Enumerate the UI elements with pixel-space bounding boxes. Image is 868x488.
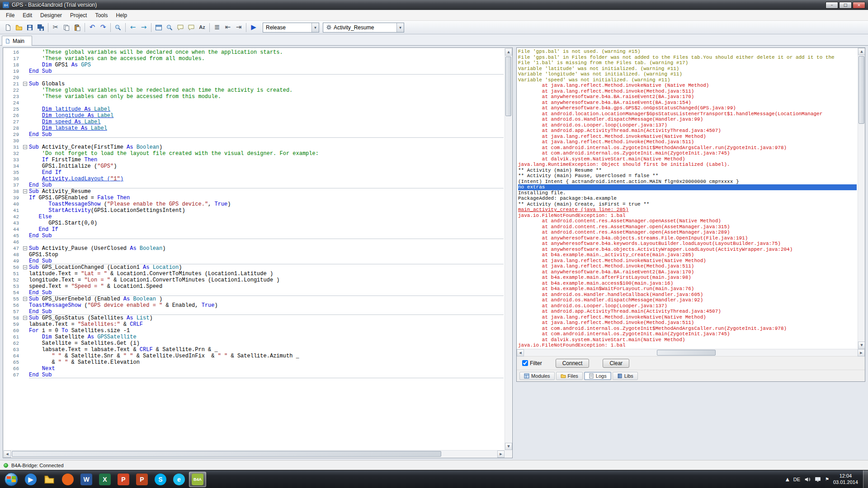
scroll-down-icon[interactable]: ▼ (505, 443, 512, 450)
font-button[interactable]: Az (197, 22, 208, 33)
log-line[interactable]: at com.android.internal.os.ZygoteInit.ma… (518, 150, 857, 156)
filter-checkbox[interactable]: Filter (522, 360, 542, 366)
code-line-23[interactable]: 23 'These variables can only be accessed… (4, 94, 505, 100)
code-line-34[interactable]: 34 GPS1.Initialize ("GPS") (4, 163, 505, 169)
filter-checkbox-input[interactable] (522, 360, 528, 366)
code-line-67[interactable]: 67End Sub (4, 372, 505, 378)
connect-button[interactable]: Connect (556, 359, 590, 368)
scrollbar-thumb[interactable] (657, 350, 716, 356)
editor-vertical-scrollbar[interactable]: ▲ ▼ (505, 48, 512, 450)
log-line[interactable]: at b4a.example.main.access$100(main.java… (518, 281, 857, 286)
code-line-17[interactable]: 17 'These variables can be accessed from… (4, 56, 505, 62)
log-line[interactable]: Variable 'longitude' was not initialized… (518, 71, 857, 77)
code-line-65[interactable]: 65 & " " & Satellite.Elevation (4, 359, 505, 366)
designer-button[interactable] (153, 22, 164, 33)
code-line-39[interactable]: 39If GPS1.GPSEnabled = False Then (4, 195, 505, 201)
log-line[interactable]: at android.app.ActivityThread.main(Activ… (518, 128, 857, 134)
log-line[interactable]: at dalvik.system.NativeStart.main(Native… (518, 337, 857, 343)
code-line-51[interactable]: 51latitude.Text = "Lat = " & Location1.C… (4, 271, 505, 277)
menu-help[interactable]: Help (112, 11, 131, 20)
scrollbar-thumb[interactable] (505, 56, 511, 116)
tab-main[interactable]: Main (2, 36, 32, 46)
log-line[interactable]: java.io.FileNotFoundException: 1.bal (518, 213, 857, 219)
start-button[interactable] (2, 471, 21, 488)
code-line-33[interactable]: 33 If FirstTime Then (4, 157, 505, 163)
code-line-42[interactable]: 42 Else (4, 214, 505, 220)
log-line[interactable]: at java.lang.reflect.Method.invoke(Metho… (518, 139, 857, 145)
code-line-27[interactable]: 27 Dim speed As Label (4, 119, 505, 125)
code-line-32[interactable]: 32 'Do not forget to load the layout fil… (4, 150, 505, 157)
save-all-button[interactable] (35, 22, 46, 33)
code-line-63[interactable]: 63 labsate.Text = labsate.Text & CRLF & … (4, 347, 505, 353)
log-line[interactable]: at b4a.example.main._activity_create(mai… (518, 252, 857, 258)
code-line-56[interactable]: 56ToastMessageShow ("GPS device enabled … (4, 302, 505, 309)
code-line-55[interactable]: 55−Sub GPS_UserEnebeld (Enabled As Boole… (4, 296, 505, 302)
logs-tab-files[interactable]: Files (556, 372, 583, 380)
build-config-select[interactable]: Release ▾ (263, 23, 319, 33)
hidden-icons-button[interactable]: ▲ (786, 477, 789, 482)
fold-toggle-icon[interactable]: − (23, 246, 27, 250)
log-line[interactable]: (Intent) Intent { act=android.intent.act… (518, 179, 857, 185)
taskbar-item-powerpoint[interactable]: P (115, 472, 132, 487)
log-line[interactable]: at android.os.Handler.handleCallback(Han… (518, 292, 857, 298)
code-line-38[interactable]: 38−Sub Activity_Resume (4, 188, 505, 195)
taskbar-item-skype[interactable]: S (152, 472, 169, 487)
log-line[interactable]: at anywheresoftware.b4a.keywords.LayoutB… (518, 241, 857, 247)
back-button[interactable]: ← (127, 22, 138, 33)
log-line[interactable]: at android.location.LocationManager$GpsS… (518, 111, 857, 117)
log-line[interactable]: at android.os.Looper.loop(Looper.java:13… (518, 122, 857, 128)
code-line-48[interactable]: 48GPS1.Stop (4, 252, 505, 258)
save-button[interactable] (24, 22, 35, 33)
log-line[interactable]: at com.android.internal.os.ZygoteInit$Me… (518, 326, 857, 332)
restore-button[interactable]: □ (839, 2, 852, 9)
code-line-18[interactable]: 18 Dim GPS1 As GPS (4, 62, 505, 68)
logs-tab-libs[interactable]: Libs (613, 372, 638, 380)
action-center-icon[interactable]: ⚑ (825, 477, 829, 482)
code-line-44[interactable]: 44 End If (4, 226, 505, 233)
log-line[interactable]: at android.content.res.AssetManager.open… (518, 224, 857, 230)
scroll-left-icon[interactable]: ◀ (4, 450, 11, 458)
code-line-43[interactable]: 43 GPS1.Start(0,0) (4, 220, 505, 226)
code-line-36[interactable]: 36 Activity.LoadLayout ("1") (4, 176, 505, 182)
log-line[interactable]: at java.lang.reflect.Method.invokeNative… (518, 314, 857, 320)
log-line[interactable]: at anywheresoftware.b4a.BA.raiseEvent2(B… (518, 269, 857, 275)
code-line-20[interactable]: 20 (4, 75, 505, 81)
code-line-40[interactable]: 40 ToastMessageShow ("Please enable the … (4, 201, 505, 207)
list-button[interactable]: ≣ (212, 22, 222, 33)
menu-file[interactable]: File (2, 11, 19, 20)
log-line[interactable]: at android.os.Handler.dispatchMessage(Ha… (518, 117, 857, 122)
code-line-31[interactable]: 31−Sub Activity_Create(FirstTime As Bool… (4, 144, 505, 150)
taskbar-item-basic4android[interactable]: B4A (189, 472, 206, 487)
redo-button[interactable]: ↷ (98, 22, 108, 33)
code-line-30[interactable]: 30 (4, 138, 505, 144)
code-line-57[interactable]: 57End Sub (4, 309, 505, 315)
code-line-61[interactable]: 61 Dim Satellite As GPSSatellite (4, 334, 505, 340)
fold-toggle-icon[interactable]: − (23, 145, 27, 149)
log-line[interactable]: main_activity_create (java line: 285) (518, 207, 857, 213)
log-line[interactable]: no extras (518, 184, 857, 190)
log-line[interactable]: File 'gps.bal' is not used. (warning #15… (518, 49, 857, 55)
log-line[interactable]: File '1.bal' is missing from the Files t… (518, 60, 857, 66)
code-line-21[interactable]: 21−Sub Globals (4, 81, 505, 87)
scroll-left-icon[interactable]: ◀ (517, 349, 524, 357)
paste-button[interactable] (72, 22, 83, 33)
code-line-41[interactable]: 41 StartActivity(GPS1.LocationSettingsIn… (4, 207, 505, 214)
log-line[interactable]: at android.app.ActivityThread.main(Activ… (518, 309, 857, 314)
code-line-28[interactable]: 28 Dim labsate As Label (4, 125, 505, 131)
volume-icon[interactable] (804, 476, 811, 483)
editor-horizontal-scrollbar[interactable]: ◀ ▶ (4, 450, 505, 457)
log-line[interactable]: at anywheresoftware.b4a.BA.raiseEvent2(B… (518, 94, 857, 100)
log-line[interactable]: ** Activity (main) Pause, UserClosed = f… (518, 173, 857, 179)
scroll-up-icon[interactable]: ▲ (858, 48, 865, 55)
log-line[interactable]: Installing file. (518, 190, 857, 196)
scroll-right-icon[interactable]: ▶ (497, 450, 505, 458)
log-line[interactable]: File 'gps.bal' in Files folder was not a… (518, 55, 857, 61)
code-line-52[interactable]: 52longitude.Text = "Lon = " & Location1.… (4, 277, 505, 283)
run-button[interactable]: ▶ (248, 22, 259, 33)
log-line[interactable]: at java.lang.reflect.Method.invoke(Metho… (518, 320, 857, 326)
scroll-down-icon[interactable]: ▼ (858, 342, 865, 349)
comment-button[interactable] (175, 22, 186, 33)
scrollbar-thumb[interactable] (859, 56, 864, 124)
fold-toggle-icon[interactable]: − (23, 297, 27, 301)
code-line-19[interactable]: 19End Sub (4, 68, 505, 75)
